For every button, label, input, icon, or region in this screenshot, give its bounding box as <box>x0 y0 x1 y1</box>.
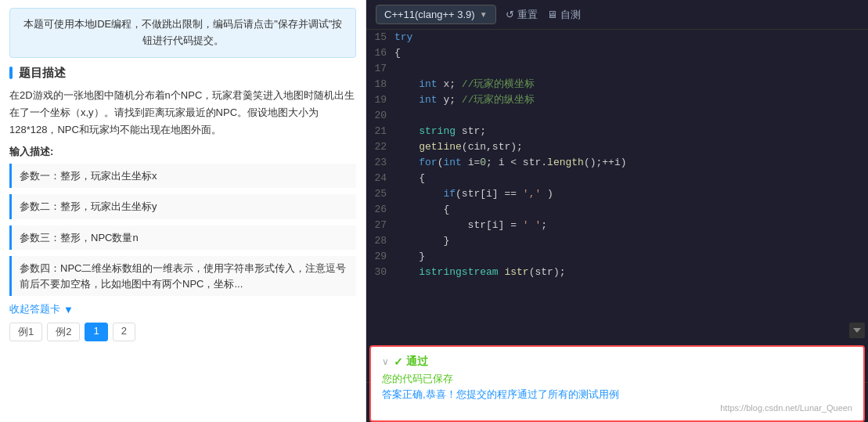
right-panel: C++11(clang++ 3.9) ▼ ↺ 重置 🖥 自测 15 try 16… <box>366 0 868 422</box>
line-content-16: { <box>394 45 868 61</box>
description-text: 在2D游戏的一张地图中随机分布着n个NPC，玩家君羹笑进入地图时随机出生在了一个… <box>9 87 356 139</box>
line-content-27: str[i] = ' '; <box>394 218 868 233</box>
tab-example1[interactable]: 例1 <box>9 323 42 341</box>
tab-case1[interactable]: 1 <box>85 323 107 341</box>
line-num-26: 26 <box>366 202 394 218</box>
tab-case2[interactable]: 2 <box>113 323 135 341</box>
param-2: 参数二：整形，玩家出生坐标y <box>9 194 356 219</box>
notice-box: 本题可使用本地IDE编程，不做跳出限制，编码后请点击"保存并调试"按钮进行代码提… <box>9 8 356 58</box>
reset-label: 重置 <box>517 8 538 22</box>
param-3: 参数三：整形，NPC数量n <box>9 225 356 251</box>
line-content-19: int y; //玩家的纵坐标 <box>394 92 868 108</box>
code-line-23: 23 for(int i=0; i < str.length();++i) <box>366 155 868 171</box>
scroll-down-button[interactable] <box>849 323 865 338</box>
line-content-28: } <box>394 233 868 249</box>
section-title: 题目描述 <box>9 66 356 81</box>
collapse-label: 收起答题卡 <box>9 302 60 316</box>
line-content-22: getline(cin,str); <box>394 139 868 155</box>
dropdown-arrow-icon: ▼ <box>480 10 488 19</box>
line-num-21: 21 <box>366 124 394 139</box>
code-line-27: 27 str[i] = ' '; <box>366 218 868 233</box>
self-test-label: 自测 <box>560 8 581 22</box>
tab-example2[interactable]: 例2 <box>47 323 80 341</box>
code-lines: 15 try 16 { 17 18 int x; //玩家的横坐标 19 <box>366 30 868 280</box>
pass-badge: 通过 <box>394 355 428 369</box>
result-url: https://blog.csdn.net/Lunar_Queen <box>382 403 852 413</box>
code-line-17: 17 <box>366 61 868 77</box>
pass-label: 通过 <box>406 355 428 369</box>
language-label: C++11(clang++ 3.9) <box>384 9 475 20</box>
line-num-29: 29 <box>366 249 394 265</box>
monitor-icon: 🖥 <box>547 9 557 20</box>
code-toolbar: C++11(clang++ 3.9) ▼ ↺ 重置 🖥 自测 <box>366 0 868 30</box>
result-panel: ∨ 通过 您的代码已保存 答案正确,恭喜！您提交的程序通过了所有的测试用例 ht… <box>369 345 865 422</box>
example-tabs: 例1 例2 1 2 <box>9 323 356 341</box>
line-content-17 <box>394 61 868 77</box>
reset-button[interactable]: ↺ 重置 <box>506 8 538 22</box>
line-num-16: 16 <box>366 45 394 61</box>
code-line-20: 20 <box>366 108 868 124</box>
code-line-30: 30 istringstream istr(str); <box>366 265 868 280</box>
line-num-24: 24 <box>366 171 394 186</box>
code-line-16: 16 { <box>366 45 868 61</box>
line-content-30: istringstream istr(str); <box>394 265 868 280</box>
language-selector[interactable]: C++11(clang++ 3.9) ▼ <box>376 5 496 24</box>
section-title-text: 题目描述 <box>19 66 66 81</box>
line-content-20 <box>394 108 868 124</box>
code-line-26: 26 { <box>366 202 868 218</box>
line-num-19: 19 <box>366 92 394 108</box>
collapse-bar[interactable]: 收起答题卡 ▼ <box>9 302 356 316</box>
code-editor[interactable]: 15 try 16 { 17 18 int x; //玩家的横坐标 19 <box>366 30 868 382</box>
code-line-15: 15 try <box>366 30 868 45</box>
line-content-23: for(int i=0; i < str.length();++i) <box>394 155 868 171</box>
reset-icon: ↺ <box>506 9 514 20</box>
collapse-chevron-icon: ▼ <box>63 304 74 316</box>
chevron-down-icon <box>853 328 861 333</box>
line-content-25: if(str[i] == ',' ) <box>394 186 868 202</box>
code-line-21: 21 string str; <box>366 124 868 139</box>
line-num-22: 22 <box>366 139 394 155</box>
line-content-18: int x; //玩家的横坐标 <box>394 77 868 92</box>
code-line-18: 18 int x; //玩家的横坐标 <box>366 77 868 92</box>
code-line-28: 28 } <box>366 233 868 249</box>
line-content-26: { <box>394 202 868 218</box>
line-num-27: 27 <box>366 218 394 233</box>
line-num-28: 28 <box>366 233 394 249</box>
result-success-msg: 答案正确,恭喜！您提交的程序通过了所有的测试用例 <box>382 388 852 402</box>
input-desc-title: 输入描述: <box>9 145 356 159</box>
line-num-18: 18 <box>366 77 394 92</box>
notice-text: 本题可使用本地IDE编程，不做跳出限制，编码后请点击"保存并调试"按钮进行代码提… <box>23 18 343 46</box>
line-num-23: 23 <box>366 155 394 171</box>
self-test-button[interactable]: 🖥 自测 <box>547 8 581 22</box>
line-num-30: 30 <box>366 265 394 280</box>
line-num-25: 25 <box>366 186 394 202</box>
code-line-24: 24 { <box>366 171 868 186</box>
param-4: 参数四：NPC二维坐标数组的一维表示，使用字符串形式传入，注意逗号前后不要加空格… <box>9 256 356 296</box>
result-saved-msg: 您的代码已保存 <box>382 372 852 386</box>
line-num-17: 17 <box>366 61 394 77</box>
line-num-20: 20 <box>366 108 394 124</box>
line-content-15: try <box>394 30 868 45</box>
code-line-29: 29 } <box>366 249 868 265</box>
code-line-25: 25 if(str[i] == ',' ) <box>366 186 868 202</box>
line-content-21: string str; <box>394 124 868 139</box>
line-content-29: } <box>394 249 868 265</box>
result-toggle-icon[interactable]: ∨ <box>382 356 389 367</box>
line-num-15: 15 <box>366 30 394 45</box>
left-panel: 本题可使用本地IDE编程，不做跳出限制，编码后请点击"保存并调试"按钮进行代码提… <box>0 0 366 422</box>
result-header: ∨ 通过 <box>382 355 852 369</box>
code-line-19: 19 int y; //玩家的纵坐标 <box>366 92 868 108</box>
code-line-22: 22 getline(cin,str); <box>366 139 868 155</box>
param-1: 参数一：整形，玩家出生坐标x <box>9 164 356 189</box>
line-content-24: { <box>394 171 868 186</box>
